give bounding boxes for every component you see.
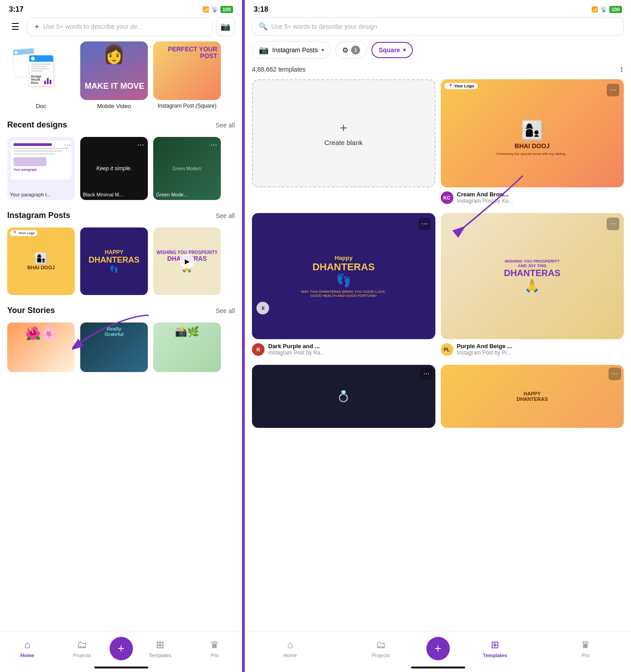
home-indicator-right (411, 667, 465, 668)
search-input-right[interactable]: 🔍 Use 5+ words to describe your design (252, 17, 624, 36)
filter-square[interactable]: Square ▾ (371, 42, 412, 58)
design-card-para[interactable]: Your paragraph ⋯ Your paragraph t... (7, 137, 75, 200)
instagram-icon: 📷 (259, 45, 269, 55)
doc-category-label: Doc (36, 103, 46, 109)
ig-dhanteras-dark[interactable]: Happy DHANTERAS 👣 (80, 227, 148, 295)
filter-instagram[interactable]: 📷 Instagram Posts ▾ (252, 41, 331, 59)
pro-label-left: Pro (211, 653, 219, 658)
projects-label-left: Projects (73, 653, 91, 658)
filter-sliders-icon: ⚙ (342, 46, 348, 54)
creator-initials-dhanteras-beige: PL (444, 347, 450, 352)
category-instagram[interactable]: PERFECT YOUR POST Instagram Post (Square… (153, 41, 221, 109)
stories-strip: 🌺🌸 ReallyGrateful 📸🌿 (0, 319, 242, 376)
template-bhai-dooj-menu[interactable]: ⋯ (607, 84, 619, 96)
nav-projects-left[interactable]: 🗂 Projects (55, 639, 109, 658)
template-dhanteras-dark-info: R Dark Purple and ... Instagram Post by … (252, 339, 435, 359)
ig-bhai-dooj[interactable]: 👩‍👦 BHAI DOOJ 📍 Your Logo (7, 227, 75, 295)
instagram-card[interactable]: PERFECT YOUR POST (153, 41, 221, 100)
time-left: 3:17 (9, 5, 23, 14)
hamburger-button[interactable]: ☰ (7, 18, 23, 35)
design-card-para-name: Your paragraph t... (10, 192, 72, 197)
story-photo[interactable]: 📸🌿 (153, 322, 221, 372)
mobile-video-text: MAKe IT Move (85, 82, 144, 91)
play-button[interactable]: ▶ (180, 254, 194, 268)
sort-icon[interactable]: ↕ (620, 64, 624, 74)
designs-strip: Your paragraph ⋯ Your paragraph t... Kee… (0, 133, 242, 207)
projects-label-right: Projects (372, 653, 390, 658)
template-dhanteras-beige[interactable]: WISHING YOU PROSPERITYAND JOY THIS DHANT… (441, 213, 624, 339)
filter-square-label: Square (379, 46, 400, 54)
nav-templates-right[interactable]: ⊞ Templates (450, 639, 540, 658)
doc-card[interactable]: DesignVisualDocs (7, 41, 75, 100)
tc-gold-ring-menu[interactable]: ⋯ (420, 368, 433, 380)
design-card-green-name: Green Mode... (156, 192, 218, 197)
tc-happy-dhanteras-menu[interactable]: ⋯ (608, 368, 621, 380)
nav-pro-left[interactable]: ♛ Pro (187, 639, 242, 658)
status-bar-right: 3:18 📶 📡 100 (245, 0, 631, 17)
design-card-para-menu[interactable]: ⋯ (64, 141, 71, 149)
nav-projects-right[interactable]: 🗂 Projects (335, 639, 426, 658)
instagram-posts-see-all[interactable]: See all (215, 212, 235, 219)
create-blank-card[interactable]: + Create blank (252, 79, 435, 187)
nav-pro-right[interactable]: ♛ Pro (540, 639, 631, 658)
design-card-black-name: Black Minimal M... (83, 192, 145, 197)
your-stories-header: Your Stories See all (0, 302, 242, 319)
battery-right: 100 (609, 6, 622, 13)
template-creator-dhanteras-dark: Instagram Post by Ra... (268, 350, 325, 356)
create-blank-plus-icon: + (340, 121, 347, 135)
template-bhai-dooj[interactable]: 📍Your Logo 👩‍👦 BHAI DOOJ Cherishing the … (441, 79, 624, 187)
right-panel: 3:18 📶 📡 100 🔍 Use 5+ words to describe … (243, 0, 631, 672)
story-dark[interactable]: ReallyGrateful (80, 322, 148, 372)
design-card-black[interactable]: Keep it simple. ⋯ Black Minimal M... (80, 137, 148, 200)
pause-button[interactable]: ⏸ (256, 302, 269, 314)
design-card-green[interactable]: Green Modern ⋯ Green Mode... (153, 137, 221, 200)
home-label-right: Home (283, 653, 297, 658)
filter-count-chip[interactable]: ⚙ 1 (335, 41, 367, 59)
story-floral[interactable]: 🌺🌸 (7, 322, 75, 372)
nav-home-left[interactable]: ⌂ Home (0, 639, 55, 658)
bottom-nav-right: ⌂ Home 🗂 Projects + ⊞ Templates ♛ Pro (245, 631, 631, 672)
your-stories-see-all[interactable]: See all (215, 307, 235, 314)
creator-avatar-bhai-dooj: KC (441, 191, 453, 204)
create-blank-label: Create blank (325, 139, 363, 146)
template-bhai-dooj-wrap: 📍Your Logo 👩‍👦 BHAI DOOJ Cherishing the … (441, 79, 624, 208)
template-bhai-dooj-info: KC Cream And Brow... Instagram Post by K… (441, 187, 624, 208)
projects-icon-left: 🗂 (77, 639, 87, 651)
template-creator-bhai-dooj: Instagram Post by Ko... (457, 198, 513, 204)
tc-gold-ring[interactable]: 💍 ⋯ (252, 365, 435, 428)
mobile-video-card[interactable]: 👩 MAKe IT Move (80, 41, 148, 100)
search-input-left[interactable]: ✦ Use 5+ words to describe your de... (27, 18, 212, 36)
projects-icon-right: 🗂 (376, 639, 386, 651)
status-icons-left: 📶 📡 100 (202, 6, 233, 13)
template-dhanteras-beige-menu[interactable]: ⋯ (607, 218, 619, 230)
filter-bar: 📷 Instagram Posts ▾ ⚙ 1 Square ▾ (245, 41, 631, 64)
ig-dhanteras-beige[interactable]: WISHING YOU PROSPERITY DHANTERAS 🙏 ▶ (153, 227, 221, 295)
category-strip: DesignVisualDocs Doc 👩 MAKe IT Move Mobi… (0, 41, 242, 117)
nav-home-right[interactable]: ⌂ Home (245, 639, 335, 658)
design-card-green-menu[interactable]: ⋯ (210, 141, 217, 149)
instagram-posts-title: Instagram Posts (7, 211, 70, 220)
nav-add-right[interactable]: + (426, 637, 450, 660)
filter-count-badge: 1 (351, 45, 360, 54)
search-icon-right: 🔍 (259, 22, 268, 31)
nav-add-left[interactable]: + (110, 637, 133, 660)
ai-search-icon: ✦ (34, 23, 40, 31)
search-bar-left: ☰ ✦ Use 5+ words to describe your de... … (7, 17, 235, 36)
tc-happy-dhanteras-yellow[interactable]: HAPPYDHANTERAS ⋯ (441, 365, 624, 428)
black-design-text: Keep it simple. (92, 165, 137, 172)
category-doc[interactable]: DesignVisualDocs Doc (7, 41, 75, 109)
templates-icon-left: ⊞ (156, 639, 164, 651)
signal-icon-right: 📶 (591, 6, 598, 13)
template-dhanteras-dark-wrap: Happy DHANTERAS 👣 MAY THIS DHANTERAS BRI… (252, 213, 435, 359)
template-name-bhai-dooj: Cream And Brow... (457, 191, 513, 198)
your-stories-title: Your Stories (7, 306, 55, 315)
instagram-posts-strip: 👩‍👦 BHAI DOOJ 📍 Your Logo Happy DHANTERA… (0, 224, 242, 302)
design-card-black-menu[interactable]: ⋯ (137, 141, 144, 149)
nav-templates-left[interactable]: ⊞ Templates (133, 639, 187, 658)
recent-designs-see-all[interactable]: See all (215, 122, 235, 129)
template-dhanteras-dark[interactable]: Happy DHANTERAS 👣 MAY THIS DHANTERAS BRI… (252, 213, 435, 339)
bottom-cards: 💍 ⋯ HAPPYDHANTERAS ⋯ (245, 359, 631, 428)
template-dhanteras-dark-menu[interactable]: ⋯ (418, 218, 431, 230)
category-mobile-video[interactable]: 👩 MAKe IT Move Mobile Video (80, 41, 148, 109)
camera-button[interactable]: 📷 (216, 17, 235, 36)
